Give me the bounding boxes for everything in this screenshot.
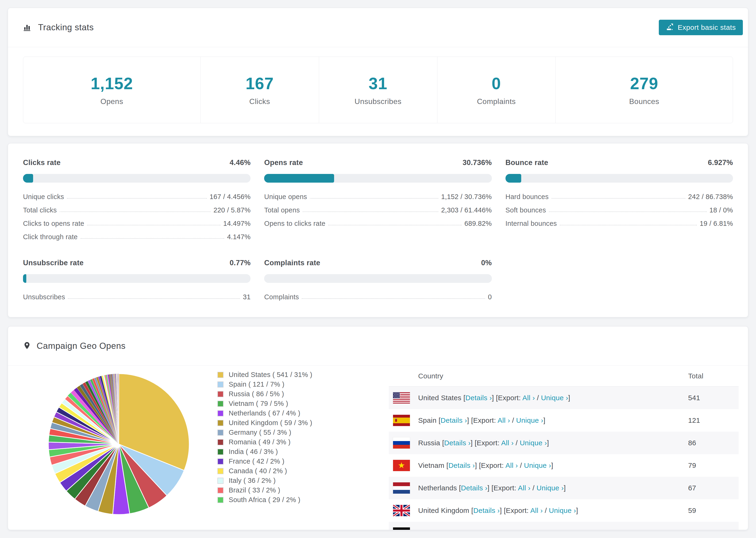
country-name: Germany (418, 529, 450, 530)
legend-item-united-kingdom: United Kingdom ( 59 / 3% ) (217, 418, 349, 428)
separator: / (514, 439, 520, 447)
legend-item-france: France ( 42 / 2% ) (217, 457, 349, 466)
tracking-stats-card: Tracking stats Export basic stats 1,152O… (8, 8, 748, 136)
legend-item-romania: Romania ( 49 / 3% ) (217, 437, 349, 447)
geo-card-header: Campaign Geo Opens (8, 327, 748, 366)
rate-row-value: 220 / 5.87% (213, 206, 250, 214)
legend-swatch (217, 372, 224, 378)
export-all-link[interactable]: All › (518, 484, 530, 492)
legend-label: United States ( 541 / 31% ) (229, 371, 312, 379)
rate-section-header: Opens rate30.736% (264, 158, 492, 167)
country-name: Netherlands (418, 484, 459, 492)
details-link[interactable]: Details › (449, 461, 475, 469)
geo-card-title: Campaign Geo Opens (37, 341, 126, 351)
country-cell: United States [Details ›] [Export: All ›… (410, 394, 688, 402)
legend-item-spain: Spain ( 121 / 7% ) (217, 380, 349, 389)
details-link[interactable]: Details › (444, 439, 471, 447)
dotted-leader (60, 211, 211, 212)
column-header-country: Country (389, 372, 688, 380)
bracket: ] [Export: (467, 416, 498, 424)
total-cell: 67 (688, 484, 739, 492)
flag-nl-icon (393, 482, 410, 494)
bracket: [ (450, 529, 452, 530)
rate-section-header: Bounce rate6.927% (506, 158, 733, 167)
export-all-link[interactable]: All › (522, 394, 535, 402)
export-all-link[interactable]: All › (530, 507, 543, 514)
export-unique-link[interactable]: Unique › (527, 529, 555, 530)
bracket: ] (547, 439, 549, 447)
rate-row-label: Complaints (264, 293, 299, 301)
bracket: ] [Export: (500, 507, 530, 514)
total-cell: 79 (688, 461, 739, 469)
stat-label: Unsubscribes (354, 97, 402, 106)
legend-item-germany: Germany ( 55 / 3% ) (217, 428, 349, 437)
summary-stats-row: 1,152Opens167Clicks31Unsubscribes0Compla… (23, 57, 733, 123)
rate-value: 30.736% (462, 158, 492, 167)
bracket: [ (442, 439, 444, 447)
separator: / (530, 484, 536, 492)
legend-item-netherlands: Netherlands ( 67 / 4% ) (217, 408, 349, 418)
rate-row: Opens to clicks rate689.82% (264, 214, 492, 228)
rate-value: 6.927% (708, 158, 733, 167)
export-unique-link[interactable]: Unique › (520, 439, 547, 447)
flag-gb-icon (393, 505, 410, 516)
legend-swatch (217, 381, 224, 388)
details-link[interactable]: Details › (465, 394, 492, 402)
export-all-link[interactable]: All › (498, 416, 510, 424)
export-unique-link[interactable]: Unique › (524, 461, 551, 469)
rate-row-value: 167 / 4.456% (210, 193, 251, 201)
flag-us-icon (393, 392, 410, 404)
legend-swatch (217, 410, 224, 416)
progress-bar (264, 174, 492, 183)
export-all-link[interactable]: All › (501, 439, 514, 447)
legend-item-italy: Italy ( 36 / 2% ) (217, 476, 349, 485)
rate-value: 0% (481, 259, 492, 267)
geo-content: United States ( 541 / 31% )Spain ( 121 /… (8, 366, 748, 530)
rate-title: Unsubscribe rate (23, 259, 83, 267)
country-cell: Spain [Details ›] [Export: All › / Uniqu… (410, 416, 688, 424)
rate-row-label: Unique clicks (23, 193, 64, 201)
geo-countries-table: CountryTotalUnited States [Details ›] [E… (389, 366, 739, 530)
progress-bar-fill (506, 174, 521, 183)
table-row-gb: United Kingdom [Details ›] [Export: All … (389, 499, 739, 522)
rate-row-value: 31 (243, 293, 250, 301)
export-unique-link[interactable]: Unique › (549, 507, 576, 514)
legend-item-brazil: Brazil ( 33 / 2% ) (217, 485, 349, 495)
export-all-link[interactable]: All › (506, 461, 518, 469)
rate-row-label: Clicks to opens rate (23, 220, 84, 228)
details-link[interactable]: Details › (452, 529, 478, 530)
legend-swatch (217, 439, 224, 445)
rate-row: Hard bounces242 / 86.738% (506, 187, 733, 201)
export-all-link[interactable]: All › (509, 529, 521, 530)
legend-label: Canada ( 40 / 2% ) (229, 467, 287, 475)
flag-de-icon (393, 527, 410, 530)
rate-section-complaints-rate: Complaints rate0%Complaints0 (264, 259, 492, 301)
stat-label: Opens (100, 97, 123, 106)
details-link[interactable]: Details › (461, 484, 487, 492)
country-cell: Germany [Details ›] [Export: All › / Uni… (410, 529, 688, 530)
bracket: ] [Export: (492, 394, 522, 402)
export-basic-stats-button[interactable]: Export basic stats (659, 20, 743, 35)
progress-bar-fill (23, 174, 33, 183)
rate-row: Soft bounces18 / 0% (506, 201, 733, 214)
rate-row-label: Unsubscribes (23, 293, 65, 301)
bracket: ] (576, 507, 578, 514)
dotted-leader (549, 211, 707, 212)
bracket: ] (554, 529, 557, 530)
export-unique-link[interactable]: Unique › (536, 484, 564, 492)
rate-row: Click through rate4.147% (23, 228, 250, 241)
details-link[interactable]: Details › (441, 416, 467, 424)
export-unique-link[interactable]: Unique › (516, 416, 543, 424)
export-unique-link[interactable]: Unique › (541, 394, 568, 402)
legend-label: Spain ( 121 / 7% ) (229, 381, 285, 388)
separator: / (518, 461, 524, 469)
dotted-leader (68, 298, 240, 299)
rate-section-header: Complaints rate0% (264, 259, 492, 267)
legend-label: South Africa ( 29 / 2% ) (229, 496, 300, 504)
map-pin-icon (23, 341, 31, 351)
details-link[interactable]: Details › (473, 507, 500, 514)
total-cell: 86 (688, 439, 739, 447)
rate-row-value: 2,303 / 61.446% (441, 206, 492, 214)
rate-section-clicks-rate: Clicks rate4.46%Unique clicks167 / 4.456… (23, 158, 250, 241)
bracket: [ (471, 507, 473, 514)
